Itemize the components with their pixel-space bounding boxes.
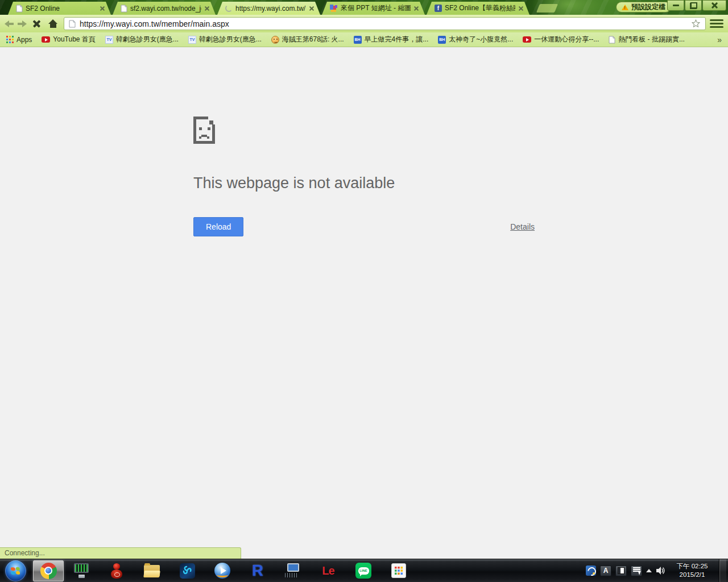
tv-icon: TV (188, 36, 196, 44)
bookmark-label: YouTube 首頁 (53, 35, 96, 44)
url-text[interactable]: https://my.wayi.com.tw/member/main.aspx (80, 19, 687, 28)
bookmark-morning-4-things[interactable]: BH 早上做完4件事，讓... (354, 35, 429, 44)
ppt-favicon (330, 5, 338, 13)
youtube-icon (523, 36, 531, 43)
minimize-button[interactable] (667, 0, 684, 11)
browser-titlebar: SF2 Online sf2.wayi.com.tw/node_jo https… (0, 0, 728, 15)
bookmark-kdrama-2[interactable]: TV 韓劇急診男女(應急... (188, 35, 262, 44)
bookmark-star-icon[interactable] (691, 19, 701, 28)
tab-title: SF2 Online【華義粉絲團】 (445, 3, 515, 13)
forward-button[interactable] (18, 20, 27, 27)
page-icon (609, 36, 615, 44)
ime-language-icon[interactable] (586, 566, 596, 576)
tab-ppt-shortlink[interactable]: 來個 PPT 短網址 - 縮圖剪 (322, 2, 425, 15)
tab-sf2-online[interactable]: SF2 Online (8, 2, 111, 15)
forward-icon-stem (18, 23, 22, 25)
page-icon (69, 20, 76, 28)
reload-button[interactable]: Reload (193, 217, 243, 236)
taskbar-letv-button[interactable]: Le (311, 559, 346, 582)
hidden-icons-chevron[interactable] (646, 569, 652, 572)
window-controls (667, 0, 726, 11)
chrome-menu-button[interactable] (710, 18, 723, 30)
volume-icon[interactable] (656, 566, 665, 575)
bookmark-label: 韓劇急診男女(應急... (199, 35, 262, 44)
chrome-icon (40, 563, 57, 579)
bookmarks-overflow-chevron-icon[interactable]: » (717, 35, 722, 44)
tab-my-wayi-active[interactable]: https://my.wayi.com.tw/ (217, 2, 320, 15)
clock-date: 2015/2/1 (672, 571, 713, 579)
omnibox[interactable]: https://my.wayi.com.tw/member/main.aspx (64, 17, 706, 30)
close-icon[interactable] (309, 6, 315, 11)
tab-strip: SF2 Online sf2.wayi.com.tw/node_jo https… (8, 2, 556, 15)
bookmark-label: 太神奇了~小腹竟然... (449, 35, 513, 44)
stop-button[interactable] (32, 19, 41, 28)
bookmark-youtube-home[interactable]: YouTube 首頁 (42, 35, 96, 44)
taskbar-launcher-button[interactable] (169, 559, 205, 582)
bookmark-label: 早上做完4件事，讓... (365, 35, 429, 44)
facebook-icon: f (435, 5, 442, 12)
bookmark-label: 熱門看板 - 批踢踢實... (618, 35, 685, 44)
close-window-button[interactable] (702, 0, 726, 11)
tab-title: SF2 Online (26, 5, 97, 13)
taskbar-game-button[interactable] (99, 559, 134, 582)
bookmarks-bar: Apps YouTube 首頁 TV 韓劇急診男女(應急... TV 韓劇急診男… (0, 32, 728, 47)
loading-spinner-icon (225, 5, 233, 12)
page-content: This webpage is not available Reload Det… (0, 47, 728, 559)
apps-shortcut[interactable]: Apps (6, 36, 32, 44)
clock-time: 下午 02:25 (672, 562, 713, 571)
close-icon[interactable] (413, 6, 419, 11)
taskbar-r-app-button[interactable]: R (240, 559, 275, 582)
taskbar-app-launcher-button[interactable] (381, 559, 416, 582)
windows-start-orb-icon (5, 560, 26, 581)
ime-menu-icon (633, 567, 640, 574)
taskbar-media-player-button[interactable] (205, 559, 240, 582)
tv-icon: TV (105, 36, 113, 44)
ime-width-toggle-button[interactable] (615, 566, 627, 576)
profile-badge[interactable]: ! 預設設定檔 (616, 2, 671, 13)
r-letter-icon: R (252, 562, 263, 580)
profile-badge-label: 預設設定檔 (631, 2, 665, 12)
page-icon (121, 5, 127, 13)
tab-node-page[interactable]: sf2.wayi.com.tw/node_jo (113, 2, 216, 15)
taskbar-chrome-button[interactable] (33, 560, 64, 581)
close-icon[interactable] (100, 6, 105, 11)
close-icon[interactable] (204, 6, 210, 11)
new-tab-button[interactable] (536, 4, 558, 13)
close-icon[interactable] (518, 6, 524, 11)
taskbar-system-monitor-button[interactable] (64, 559, 99, 582)
page-icon (16, 5, 23, 13)
error-title: This webpage is not available (193, 174, 535, 192)
tab-title: https://my.wayi.com.tw/ (235, 5, 306, 13)
back-icon (5, 20, 9, 27)
bookmark-ptt-hot-boards[interactable]: 熱門看板 - 批踢踢實... (609, 35, 685, 44)
ime-mode-button[interactable]: A (600, 566, 611, 576)
tab-title: sf2.wayi.com.tw/node_jo (130, 5, 201, 13)
tab-facebook-sf2[interactable]: f SF2 Online【華義粉絲團】 (427, 2, 530, 15)
close-icon (711, 2, 718, 9)
back-button[interactable] (5, 20, 14, 27)
taskbar-explorer-button[interactable] (134, 559, 169, 582)
bookmark-label: Apps (16, 36, 32, 44)
line-app-icon: LINE (355, 563, 371, 579)
taskbar-clock[interactable]: 下午 02:25 2015/2/1 (672, 562, 713, 579)
bookmark-workout-share[interactable]: 一休運動心得分享--... (523, 35, 599, 44)
bookmark-amazing-belly[interactable]: BH 太神奇了~小腹竟然... (438, 35, 513, 44)
apps-grid-icon (6, 36, 14, 43)
ime-toolbar-button[interactable] (631, 566, 642, 576)
app-grid-icon (391, 563, 406, 578)
forward-icon (22, 20, 27, 27)
restore-icon (690, 3, 697, 9)
browser-toolbar: https://my.wayi.com.tw/member/main.aspx (0, 15, 728, 32)
home-button[interactable] (48, 19, 58, 28)
taskbar-remote-pc-button[interactable] (275, 559, 311, 582)
restore-button[interactable] (685, 0, 702, 11)
bookmark-onepiece[interactable]: 海賊王第678話: 火... (271, 35, 344, 44)
half-width-icon (618, 567, 624, 574)
ime-a-icon: A (603, 567, 609, 574)
show-desktop-button[interactable] (719, 559, 726, 582)
details-link[interactable]: Details (510, 222, 535, 231)
warning-icon: ! (622, 5, 628, 10)
bookmark-kdrama-1[interactable]: TV 韓劇急診男女(應急... (105, 35, 179, 44)
taskbar-line-button[interactable]: LINE (346, 559, 381, 582)
start-button[interactable] (0, 559, 31, 582)
